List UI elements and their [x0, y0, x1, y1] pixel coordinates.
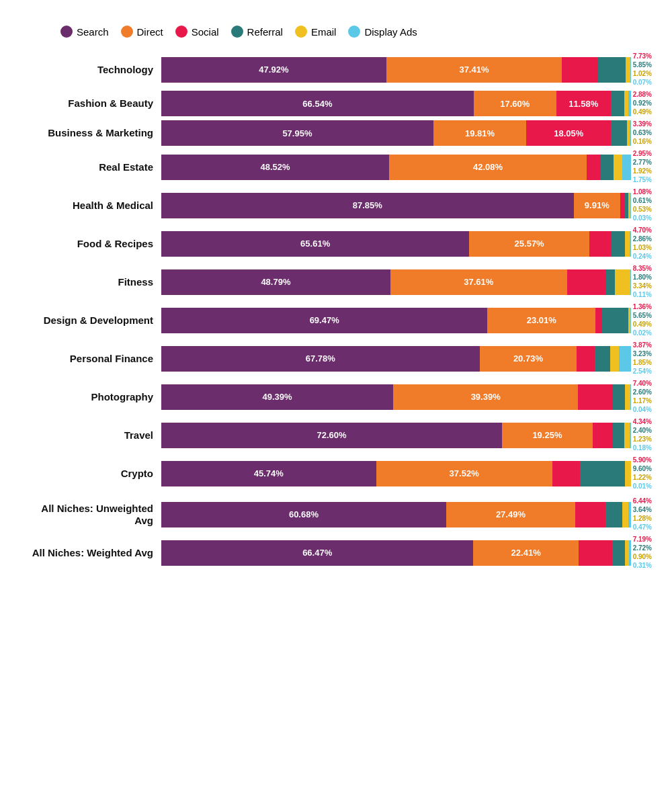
small-label-social: 5.90%: [633, 456, 652, 464]
small-label-email: 1.03%: [633, 244, 652, 252]
row-label: Travel: [20, 429, 161, 441]
small-labels: 7.73%5.85%1.02%0.07%: [633, 52, 652, 87]
bar-segment-referral: [613, 384, 625, 410]
bar-segment-social: 18.05%: [526, 120, 611, 146]
bar-segment-social: [589, 231, 612, 257]
row-label: Business & Marketing: [20, 127, 161, 139]
bar-container: 47.92%37.41%: [161, 57, 631, 83]
row-label: Food & Recipes: [20, 238, 161, 250]
legend-item-direct: Direct: [121, 26, 163, 38]
bar-container: 48.52%42.08%: [161, 155, 631, 180]
bar-segment-search: 66.47%: [161, 540, 473, 566]
bar-segment-display: [628, 502, 630, 527]
bar-segment-direct: 23.01%: [487, 308, 595, 333]
legend-label-search: Search: [77, 26, 109, 38]
bar-segment-direct: 27.49%: [446, 502, 575, 527]
small-label-social: 4.34%: [633, 418, 652, 426]
legend-label-direct: Direct: [137, 26, 163, 38]
legend-dot-social: [175, 26, 187, 38]
small-label-email: 0.16%: [633, 138, 652, 146]
bar-segment-direct: 17.60%: [474, 91, 556, 116]
small-label-referral: 0.63%: [633, 129, 652, 137]
row-label: Technology: [20, 64, 161, 76]
row-label: Fashion & Beauty: [20, 97, 161, 110]
small-label-display: 0.11%: [633, 291, 652, 299]
small-label-referral: 5.65%: [633, 312, 652, 320]
bar-segment-referral: [601, 155, 614, 180]
small-label-referral: 2.86%: [633, 235, 652, 243]
small-label-email: 1.85%: [633, 359, 652, 367]
bar-segment-direct: 9.91%: [574, 193, 620, 218]
bar-segment-search: 47.92%: [161, 57, 386, 83]
small-label-referral: 2.60%: [633, 388, 652, 396]
bar-segment-referral: [611, 120, 627, 146]
small-label-email: 0.49%: [633, 321, 652, 329]
bar-segment-display: [628, 91, 630, 116]
bar-container: 66.54%17.60%11.58%: [161, 91, 631, 116]
bar-segment-display: [630, 120, 630, 146]
bar-segment-direct: 37.52%: [376, 461, 552, 486]
row-label: Health & Medical: [20, 200, 161, 212]
small-labels: 8.35%1.80%3.34%0.11%: [633, 265, 652, 299]
small-label-referral: 2.72%: [633, 544, 652, 552]
bar-segment-email: [614, 155, 622, 180]
bar-segment-direct: 37.41%: [386, 57, 562, 83]
bar-segment-search: 66.54%: [161, 91, 474, 116]
bar-segment-referral: [612, 540, 625, 566]
bar-segment-email: [625, 461, 631, 486]
bar-segment-referral: [605, 502, 622, 527]
legend-label-email: Email: [311, 26, 337, 38]
small-labels: 1.08%0.61%0.53%0.03%: [633, 188, 652, 222]
small-labels: 1.36%5.65%0.49%0.02%: [633, 303, 652, 337]
bar-segment-referral: [613, 423, 624, 448]
bar-container: 72.60%19.25%: [161, 423, 631, 448]
small-label-email: 1.92%: [633, 167, 652, 175]
bar-segment-direct: 22.41%: [473, 540, 579, 566]
bar-segment-social: [578, 384, 613, 410]
bar-segment-social: [567, 269, 606, 295]
legend-item-referral: Referral: [231, 26, 283, 38]
legend-dot-search: [60, 26, 73, 38]
small-labels: 3.87%3.23%1.85%2.54%: [633, 341, 652, 376]
small-label-referral: 5.85%: [633, 61, 652, 69]
chart-row: Crypto45.74%37.52%5.90%9.60%1.22%0.01%: [20, 456, 652, 491]
small-label-social: 3.87%: [633, 341, 652, 349]
row-label: Personal Finance: [20, 353, 161, 365]
row-label: All Niches: Weighted Avg: [20, 547, 161, 559]
bar-segment-search: 87.85%: [161, 193, 574, 218]
small-labels: 3.39%0.63%0.16%: [633, 120, 652, 146]
small-label-display: 0.24%: [633, 253, 652, 261]
bar-segment-search: 72.60%: [161, 423, 502, 448]
small-label-display: 0.47%: [633, 523, 652, 532]
small-label-social: 8.35%: [633, 265, 652, 273]
small-label-email: 3.34%: [633, 282, 652, 290]
bar-segment-search: 48.52%: [161, 155, 389, 180]
legend: Search Direct Social Referral Email Disp…: [20, 26, 652, 38]
bar-segment-social: [552, 461, 580, 486]
row-label: Real Estate: [20, 161, 161, 173]
small-label-email: 0.53%: [633, 206, 652, 214]
chart-row: Fashion & Beauty66.54%17.60%11.58%2.88%0…: [20, 91, 652, 116]
bar-segment-referral: [595, 346, 610, 372]
small-label-display: 2.54%: [633, 368, 652, 376]
chart-row: Travel72.60%19.25%4.34%2.40%1.23%0.18%: [20, 418, 652, 452]
chart-row: Food & Recipes65.61%25.57%4.70%2.86%1.03…: [20, 226, 652, 261]
bar-segment-display: [622, 155, 630, 180]
bar-segment-social: [595, 308, 602, 333]
chart-row: Personal Finance67.78%20.73%3.87%3.23%1.…: [20, 341, 652, 376]
bar-segment-search: 57.95%: [161, 120, 433, 146]
bar-container: 57.95%19.81%18.05%: [161, 120, 631, 146]
bar-segment-referral: [611, 91, 624, 116]
small-label-display: 0.31%: [633, 562, 652, 570]
small-labels: 6.44%3.64%1.28%0.47%: [633, 497, 652, 532]
bar-segment-social: [575, 502, 605, 527]
chart-row: All Niches: Weighted Avg66.47%22.41%7.19…: [20, 536, 652, 570]
bar-segment-direct: 19.81%: [433, 120, 526, 146]
bar-segment-direct: 37.61%: [390, 269, 567, 295]
legend-dot-display: [348, 26, 360, 38]
legend-label-referral: Referral: [247, 26, 283, 38]
chart-row: Technology47.92%37.41%7.73%5.85%1.02%0.0…: [20, 52, 652, 87]
small-label-display: 0.18%: [633, 444, 652, 452]
small-labels: 2.88%0.92%0.49%: [633, 91, 652, 116]
bar-segment-direct: 25.57%: [469, 231, 589, 257]
